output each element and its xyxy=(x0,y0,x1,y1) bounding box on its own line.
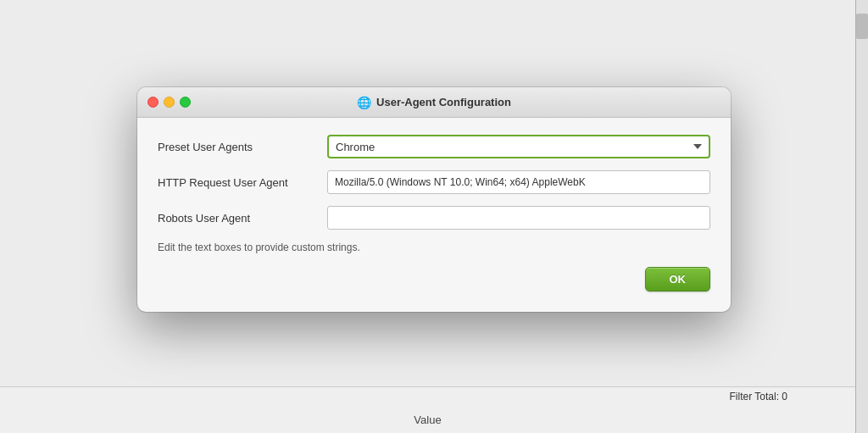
preset-label: Preset User Agents xyxy=(158,141,327,153)
dropdown-value: Chrome xyxy=(336,141,688,153)
dialog-title: 🌐 User-Agent Configuration xyxy=(357,96,511,109)
robots-row: Robots User Agent xyxy=(158,206,710,230)
title-text: User-Agent Configuration xyxy=(376,96,511,108)
http-input-container xyxy=(327,170,710,194)
dialog-footer: OK xyxy=(158,267,710,295)
close-button[interactable] xyxy=(147,97,159,108)
http-input[interactable] xyxy=(327,170,710,194)
maximize-button[interactable] xyxy=(180,97,191,108)
dialog-content: Preset User Agents Chrome HTTP Request U… xyxy=(137,118,731,312)
preset-row: Preset User Agents Chrome xyxy=(158,135,710,158)
http-label: HTTP Request User Agent xyxy=(158,176,327,189)
dialog-window: 🌐 User-Agent Configuration Preset User A… xyxy=(137,87,731,312)
ok-button[interactable]: OK xyxy=(645,267,711,291)
help-text: Edit the text boxes to provide custom st… xyxy=(158,241,710,253)
robots-label: Robots User Agent xyxy=(158,212,327,225)
http-row: HTTP Request User Agent xyxy=(158,170,710,194)
traffic-lights xyxy=(147,97,191,108)
titlebar: 🌐 User-Agent Configuration xyxy=(137,87,731,118)
globe-icon: 🌐 xyxy=(357,96,371,109)
minimize-button[interactable] xyxy=(164,97,175,108)
modal-overlay: 🌐 User-Agent Configuration Preset User A… xyxy=(0,0,868,433)
dropdown-arrow-icon xyxy=(693,144,702,149)
preset-dropdown-container: Chrome xyxy=(327,135,710,158)
robots-input[interactable] xyxy=(327,206,710,230)
robots-input-container xyxy=(327,206,710,230)
preset-dropdown[interactable]: Chrome xyxy=(327,135,710,158)
